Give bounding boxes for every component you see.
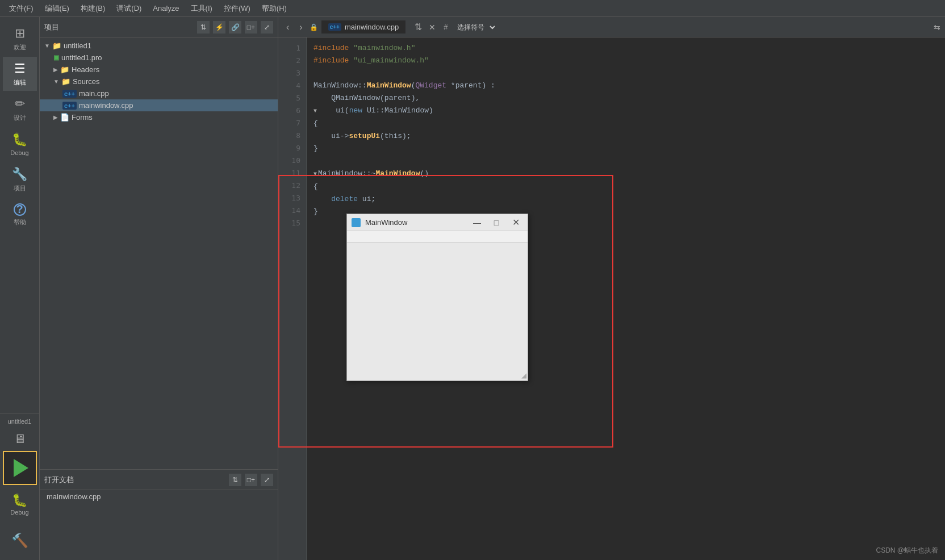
sidebar-debug-label: Debug — [10, 509, 28, 516]
hash-label: # — [444, 23, 448, 31]
bottom-list-item[interactable]: mainwindow.cpp — [40, 490, 278, 503]
project-panel-toolbar: 项目 ⇅ ⚡ 🔗 □+ ⤢ — [40, 17, 278, 37]
main-cpp-name: main.cpp — [79, 89, 109, 98]
arrow-right-icon: ▶ — [53, 66, 58, 73]
tree-item-headers[interactable]: ▶ 📁 Headers — [40, 64, 278, 76]
bottom-add-btn[interactable]: □+ — [245, 474, 257, 486]
bottom-expand-btn[interactable]: ⤢ — [261, 474, 273, 486]
editor-tab[interactable]: c++ mainwindow.cpp — [321, 20, 406, 34]
debug-run-icon: 🐛 — [12, 493, 27, 508]
menu-debug[interactable]: 调试(D) — [112, 1, 146, 16]
sidebar-btn-project[interactable]: 🔧 项目 — [3, 162, 37, 197]
sources-folder-icon: 📁 — [61, 77, 70, 86]
editor-toolbar: ‹ › 🔒 c++ mainwindow.cpp ⇅ ✕ # 选择符号 ⇆ — [278, 17, 945, 37]
add-file-btn[interactable]: □+ — [245, 21, 257, 34]
forms-arrow-icon: ▶ — [53, 114, 58, 120]
main-cpp-icon: c++ — [62, 90, 77, 98]
pencil-icon: ✏ — [15, 97, 25, 111]
arrow-down-icon: ▼ — [44, 43, 50, 49]
menu-controls[interactable]: 控件(W) — [219, 1, 255, 16]
menu-tools[interactable]: 工具(I) — [186, 1, 217, 16]
run-triangle-icon — [14, 459, 28, 477]
sidebar-label-help: 帮助 — [14, 218, 26, 227]
root-folder-icon: 📁 — [52, 41, 61, 50]
sidebar-label-project: 项目 — [14, 184, 26, 193]
float-dialog[interactable]: MainWindow — □ ✕ ◢ — [346, 214, 528, 381]
sources-arrow-icon: ▼ — [53, 78, 59, 85]
menubar: 文件(F) 编辑(E) 构建(B) 调试(D) Analyze 工具(I) 控件… — [0, 0, 945, 17]
sidebar-btn-design[interactable]: ✏ 设计 — [3, 92, 37, 126]
grid-icon: ⊞ — [15, 26, 25, 41]
sidebar-monitor-icon: 🖥 — [0, 429, 39, 449]
edit-list-icon: ☰ — [14, 61, 26, 76]
menu-help[interactable]: 帮助(H) — [257, 1, 291, 16]
dialog-body: ◢ — [347, 243, 528, 381]
bottom-panel: 打开文档 ⇅ □+ ⤢ mainwindow.cpp — [40, 469, 278, 560]
sidebar-debug-run-btn[interactable]: 🐛 Debug — [3, 487, 37, 521]
sidebar-run-btn[interactable] — [3, 451, 37, 485]
sidebar-label-edit: 编辑 — [14, 78, 26, 87]
sidebar-label-welcome: 欢迎 — [14, 43, 26, 52]
forms-name: Forms — [72, 113, 93, 122]
symbol-select[interactable]: 选择符号 — [451, 22, 497, 33]
dialog-minimize-btn[interactable]: — — [470, 217, 484, 228]
nav-forward-btn[interactable]: › — [296, 21, 306, 34]
line-numbers: 1 2 3 4 5 6 7 8 9 10 11 12 13 14 — [278, 37, 307, 560]
question-icon: ? — [14, 203, 26, 216]
headers-name: Headers — [72, 65, 99, 74]
sidebar-btn-debug[interactable]: 🐛 Debug — [3, 127, 37, 161]
dialog-resize-handle[interactable]: ◢ — [521, 371, 526, 379]
mainwindow-cpp-icon: c++ — [62, 102, 77, 110]
bottom-sort-btn[interactable]: ⇅ — [229, 474, 241, 486]
editor-expand-btn[interactable]: ⇆ — [934, 23, 940, 32]
headers-folder-icon: 📁 — [60, 65, 69, 74]
dialog-close-btn[interactable]: ✕ — [508, 217, 523, 228]
sidebar-btn-edit[interactable]: ☰ 编辑 — [3, 57, 37, 91]
project-tree: ▼ 📁 untitled1 ▣ untitled1.pro ▶ 📁 Header… — [40, 37, 278, 469]
root-name: untitled1 — [64, 41, 91, 50]
mainwindow-cpp-name: mainwindow.cpp — [79, 101, 133, 110]
sidebar-hammer-btn[interactable]: 🔨 — [3, 524, 37, 558]
menu-edit[interactable]: 编辑(E) — [40, 1, 74, 16]
dialog-app-icon — [352, 218, 361, 227]
sidebar-btn-welcome[interactable]: ⊞ 欢迎 — [3, 22, 37, 56]
bottom-file-list: mainwindow.cpp — [40, 490, 278, 560]
sidebar-label-design: 设计 — [14, 114, 26, 122]
tree-item-root[interactable]: ▼ 📁 untitled1 — [40, 40, 278, 52]
sources-name: Sources — [73, 77, 100, 86]
tree-item-pro[interactable]: ▣ untitled1.pro — [40, 52, 278, 64]
sidebar-project-name: untitled1 — [0, 413, 39, 429]
link-btn[interactable]: 🔗 — [229, 21, 241, 34]
bottom-panel-toolbar: 打开文档 ⇅ □+ ⤢ — [40, 470, 278, 490]
tab-close-btn[interactable]: ✕ — [429, 23, 436, 32]
dialog-maximize-btn[interactable]: □ — [489, 217, 504, 228]
sort-btn[interactable]: ⇅ — [197, 21, 210, 34]
bottom-panel-title: 打开文档 — [44, 475, 225, 485]
forms-folder-icon: 📄 — [60, 113, 69, 122]
menu-build[interactable]: 构建(B) — [76, 1, 110, 16]
code-container: 1 2 3 4 5 6 7 8 9 10 11 12 13 14 — [278, 37, 945, 560]
dialog-menubar-strip — [347, 231, 528, 243]
project-panel-title: 项目 — [44, 22, 194, 32]
tree-item-forms[interactable]: ▶ 📄 Forms — [40, 111, 278, 123]
panel-expand-btn[interactable]: ⤢ — [261, 21, 273, 34]
tree-item-main-cpp[interactable]: c++ main.cpp — [40, 87, 278, 99]
filter-btn[interactable]: ⚡ — [213, 21, 225, 34]
dialog-title-text: MainWindow — [365, 218, 465, 227]
tree-item-mainwindow-cpp[interactable]: c++ mainwindow.cpp — [40, 99, 278, 111]
sidebar-label-debug: Debug — [10, 149, 28, 156]
dialog-titlebar: MainWindow — □ ✕ — [347, 214, 528, 231]
tab-cpp-icon: c++ — [328, 23, 341, 31]
wrench-icon: 🔧 — [12, 167, 27, 182]
editor-area: ‹ › 🔒 c++ mainwindow.cpp ⇅ ✕ # 选择符号 ⇆ — [278, 17, 945, 560]
tab-sort-btn[interactable]: ⇅ — [411, 20, 425, 34]
nav-back-btn[interactable]: ‹ — [283, 21, 292, 34]
sidebar-btn-help[interactable]: ? 帮助 — [3, 198, 37, 232]
hammer-icon: 🔨 — [11, 533, 28, 549]
watermark: CSDN @蜗牛也执着 — [876, 546, 938, 555]
lock-icon: 🔒 — [310, 23, 318, 31]
menu-file[interactable]: 文件(F) — [5, 1, 38, 16]
menu-analyze[interactable]: Analyze — [148, 2, 183, 15]
tree-item-sources[interactable]: ▼ 📁 Sources — [40, 76, 278, 87]
sidebar: ⊞ 欢迎 ☰ 编辑 ✏ 设计 🐛 Debug 🔧 项目 ? 帮助 untitle… — [0, 17, 40, 560]
